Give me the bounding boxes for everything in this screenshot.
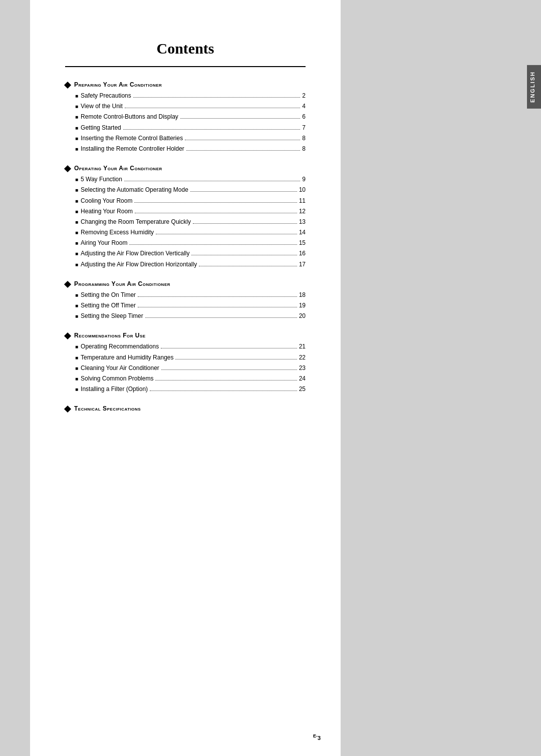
page-number-badge: E-3 (313, 733, 321, 741)
toc-item: ■View of the Unit4 (75, 102, 306, 111)
toc-item: ■Removing Excess Humidity14 (75, 228, 306, 237)
toc-item-text: Changing the Room Temperature Quickly (81, 217, 191, 227)
bullet-icon: ■ (75, 92, 78, 100)
bullet-icon: ■ (75, 354, 78, 362)
toc-item-text: Safety Precautions (81, 91, 131, 101)
bullet-icon: ■ (75, 135, 78, 143)
toc-item-text: Airing Your Room (81, 238, 127, 248)
section-title-preparing: Preparing Your Air Conditioner (74, 81, 162, 88)
toc-item: ■Adjusting the Air Flow Direction Vertic… (75, 249, 306, 258)
toc-page-number: 12 (299, 207, 306, 216)
toc-page-number: 8 (302, 144, 306, 154)
section-programming: Programming Your Air Conditioner■Setting… (65, 280, 306, 321)
toc-page-number: 9 (302, 175, 306, 184)
toc-item: ■Solving Common Problems24 (75, 374, 306, 384)
diamond-icon (64, 332, 71, 339)
toc-item-text: Setting the On Timer (81, 290, 136, 300)
toc-item-text: View of the Unit (81, 102, 123, 111)
toc-item-text: Inserting the Remote Control Batteries (81, 134, 183, 143)
toc-dots (191, 255, 297, 255)
toc-page-number: 22 (299, 353, 306, 362)
toc-item-text: Cleaning Your Air Conditioner (81, 363, 159, 373)
bullet-icon: ■ (75, 375, 78, 383)
toc-item-text: Temperature and Humidity Ranges (81, 353, 173, 362)
toc-dots (129, 244, 297, 245)
toc-item-text: Getting Started (81, 123, 121, 133)
toc-dots (138, 307, 297, 307)
toc-dots (134, 202, 297, 203)
toc-dots (161, 348, 297, 348)
section-recommendations: Recommendations For Use■Operating Recomm… (65, 332, 306, 394)
toc-item: ■Cooling Your Room11 (75, 196, 306, 206)
toc-dots (190, 191, 297, 192)
diamond-icon (64, 165, 71, 172)
toc-page-number: 15 (299, 238, 306, 248)
toc-item: ■Getting Started7 (75, 123, 306, 133)
toc-page-number: 21 (299, 342, 306, 351)
language-tab: ENGLISH (527, 65, 541, 109)
bullet-icon: ■ (75, 239, 78, 247)
bullet-icon: ■ (75, 250, 78, 258)
diamond-icon (64, 82, 71, 89)
bullet-icon: ■ (75, 218, 78, 226)
toc-dots (135, 213, 297, 213)
toc-page-number: 2 (302, 91, 306, 101)
toc-item: ■5 Way Function9 (75, 175, 306, 184)
toc-item-text: Setting the Off Timer (81, 301, 136, 310)
toc-item: ■Inserting the Remote Control Batteries8 (75, 134, 306, 143)
toc-item-text: Removing Excess Humidity (81, 228, 154, 237)
section-header-programming: Programming Your Air Conditioner (65, 280, 306, 287)
section-header-preparing: Preparing Your Air Conditioner (65, 81, 306, 88)
toc-item: ■Cleaning Your Air Conditioner23 (75, 363, 306, 373)
toc-dots (124, 181, 300, 181)
toc-dots (199, 266, 297, 266)
toc-page-number: 8 (302, 134, 306, 143)
toc-item-text: Setting the Sleep Timer (81, 311, 143, 321)
toc-dots (185, 140, 300, 140)
toc-page-number: 20 (299, 311, 306, 321)
title-divider (65, 66, 306, 67)
toc-page-number: 7 (302, 123, 306, 133)
toc-dots (155, 380, 297, 381)
diamond-icon (64, 406, 71, 413)
bullet-icon: ■ (75, 176, 78, 184)
bullet-icon: ■ (75, 302, 78, 310)
diamond-icon (64, 281, 71, 288)
toc-item: ■Installing a Filter (Option)25 (75, 385, 306, 394)
toc-page-number: 10 (299, 185, 306, 195)
toc-dots (186, 150, 301, 151)
page-number: 3 (318, 735, 321, 741)
toc-item-text: Cooling Your Room (81, 196, 132, 206)
section-header-technical: Technical Specifications (65, 405, 306, 412)
section-operating: Operating Your Air Conditioner■5 Way Fun… (65, 165, 306, 269)
toc-dots (175, 359, 297, 359)
toc-page-number: 6 (302, 112, 306, 122)
toc-item: ■Remote Control-Buttons and Display6 (75, 112, 306, 122)
page-container: Contents Preparing Your Air Conditioner■… (30, 0, 341, 756)
toc-items-programming: ■Setting the On Timer18■Setting the Off … (75, 290, 306, 321)
toc-page-number: 24 (299, 374, 306, 384)
bullet-icon: ■ (75, 343, 78, 351)
bullet-icon: ■ (75, 145, 78, 153)
bullet-icon: ■ (75, 364, 78, 372)
section-title-technical: Technical Specifications (74, 405, 141, 412)
page-number-prefix: E- (313, 733, 318, 738)
toc-dots (145, 317, 297, 318)
bullet-icon: ■ (75, 386, 78, 394)
toc-page-number: 13 (299, 217, 306, 227)
toc-page-number: 19 (299, 301, 306, 310)
toc-dots (138, 296, 297, 297)
toc-item-text: Adjusting the Air Flow Direction Vertica… (81, 249, 189, 258)
bullet-icon: ■ (75, 229, 78, 237)
bullet-icon: ■ (75, 186, 78, 194)
section-technical: Technical Specifications (65, 405, 306, 412)
toc-item: ■Adjusting the Air Flow Direction Horizo… (75, 260, 306, 269)
toc-dots (156, 234, 297, 234)
toc-dots (133, 97, 301, 98)
toc-item: ■Operating Recommendations21 (75, 342, 306, 351)
bullet-icon: ■ (75, 197, 78, 205)
toc-item-text: Heating Your Room (81, 207, 133, 216)
toc-page-number: 18 (299, 290, 306, 300)
toc-items-recommendations: ■Operating Recommendations21■Temperature… (75, 342, 306, 394)
toc-item-text: Solving Common Problems (81, 374, 153, 384)
